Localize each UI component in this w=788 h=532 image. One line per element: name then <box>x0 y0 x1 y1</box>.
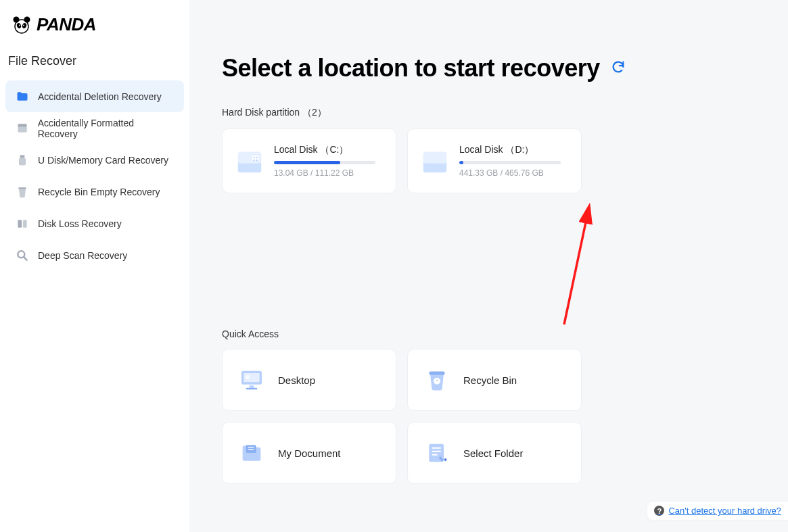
svg-rect-40 <box>246 375 250 379</box>
sidebar-item-label: Accidentally Formatted Recovery <box>38 118 175 139</box>
partition-name: Local Disk （D:） <box>459 144 570 156</box>
help-link-text: Can't detect your hard drive? <box>668 506 781 516</box>
svg-rect-21 <box>19 158 26 165</box>
svg-rect-49 <box>432 451 441 452</box>
sidebar-item-diskloss[interactable]: Disk Loss Recovery <box>5 208 184 239</box>
partition-progress-fill <box>459 161 463 164</box>
partition-card-c[interactable]: Local Disk （C:） 13.04 GB / 111.22 GB <box>222 128 396 193</box>
svg-rect-35 <box>423 152 447 164</box>
quick-text: Desktop <box>278 374 315 386</box>
sidebar-item-label: Disk Loss Recovery <box>38 218 122 229</box>
quick-access-label: Quick Access <box>189 329 788 349</box>
page-title: Select a location to start recovery <box>222 54 600 82</box>
sidebar-item-formatted[interactable]: Accidentally Formatted Recovery <box>5 112 184 144</box>
quick-card-recycle[interactable]: Recycle Bin <box>407 349 582 411</box>
arrow-annotation <box>555 203 609 331</box>
help-link[interactable]: ? Can't detect your hard drive? <box>647 502 788 520</box>
svg-rect-22 <box>18 187 26 189</box>
document-icon <box>236 437 267 468</box>
svg-rect-50 <box>432 454 438 456</box>
svg-rect-19 <box>18 124 26 126</box>
sidebar-item-label: U Disk/Memory Card Recovery <box>38 155 168 166</box>
quick-card-select-folder[interactable]: Select Folder <box>407 422 582 484</box>
svg-rect-48 <box>432 448 441 449</box>
svg-point-16 <box>19 25 20 26</box>
svg-rect-20 <box>20 155 25 158</box>
svg-rect-30 <box>254 157 255 158</box>
hdd-icon <box>419 145 451 177</box>
svg-rect-41 <box>247 377 248 377</box>
partition-size: 13.04 GB / 111.22 GB <box>274 168 385 178</box>
disk-icon <box>15 216 30 231</box>
svg-point-13 <box>24 17 30 23</box>
svg-rect-32 <box>254 160 255 161</box>
desktop-icon <box>236 364 267 395</box>
svg-rect-38 <box>250 385 254 387</box>
hdd-icon <box>233 145 266 177</box>
usb-icon <box>15 153 30 168</box>
sidebar-item-accidental-deletion[interactable]: Accidental Deletion Recovery <box>5 80 184 112</box>
svg-rect-31 <box>256 157 258 158</box>
svg-rect-29 <box>252 155 259 161</box>
svg-point-12 <box>14 17 20 23</box>
sidebar-title: File Recover <box>0 49 189 80</box>
app-logo: PANDA <box>0 7 189 49</box>
svg-line-51 <box>564 210 588 324</box>
partition-progress <box>274 161 375 164</box>
quick-card-document[interactable]: My Document <box>222 422 396 484</box>
magnify-icon <box>15 248 30 263</box>
sidebar-item-label: Accidental Deletion Recovery <box>38 91 162 102</box>
quick-text: My Document <box>278 448 341 459</box>
sidebar-item-udisk[interactable]: U Disk/Memory Card Recovery <box>5 144 184 176</box>
svg-rect-43 <box>429 372 444 375</box>
svg-rect-33 <box>256 160 258 161</box>
brand-text: PANDA <box>37 14 96 35</box>
select-folder-icon <box>421 437 453 468</box>
partitions-label: Hard Disk partition （2） <box>189 82 788 128</box>
sidebar-item-recycle[interactable]: Recycle Bin Empty Recovery <box>5 176 184 208</box>
quick-card-desktop[interactable]: Desktop <box>222 349 396 411</box>
svg-rect-42 <box>248 377 249 377</box>
svg-rect-44 <box>246 445 256 453</box>
partition-card-d[interactable]: Local Disk （D:） 441.33 GB / 465.76 GB <box>407 128 582 193</box>
svg-rect-24 <box>23 220 27 228</box>
partition-progress <box>459 161 561 164</box>
svg-line-26 <box>24 257 27 260</box>
svg-rect-46 <box>248 449 254 450</box>
sidebar: PANDA File Recover Accidental Deletion R… <box>0 0 189 532</box>
format-icon <box>15 121 30 136</box>
svg-rect-39 <box>246 388 258 390</box>
quick-text: Select Folder <box>463 448 523 459</box>
main-panel: Select a location to start recovery Hard… <box>189 0 788 532</box>
refresh-icon[interactable] <box>611 59 626 77</box>
recycle-icon <box>421 364 453 395</box>
svg-point-17 <box>23 25 24 26</box>
svg-rect-23 <box>18 220 22 228</box>
sidebar-item-label: Deep Scan Recovery <box>38 250 127 261</box>
svg-rect-45 <box>248 447 254 448</box>
folder-icon <box>15 89 30 104</box>
sidebar-item-deepscan[interactable]: Deep Scan Recovery <box>5 239 184 271</box>
trash-icon <box>15 185 30 199</box>
help-icon: ? <box>654 506 664 516</box>
quick-text: Recycle Bin <box>463 374 517 386</box>
partition-progress-fill <box>274 161 340 164</box>
sidebar-item-label: Recycle Bin Empty Recovery <box>38 187 160 197</box>
partition-size: 441.33 GB / 465.76 GB <box>459 168 570 178</box>
partition-name: Local Disk （C:） <box>274 144 385 156</box>
